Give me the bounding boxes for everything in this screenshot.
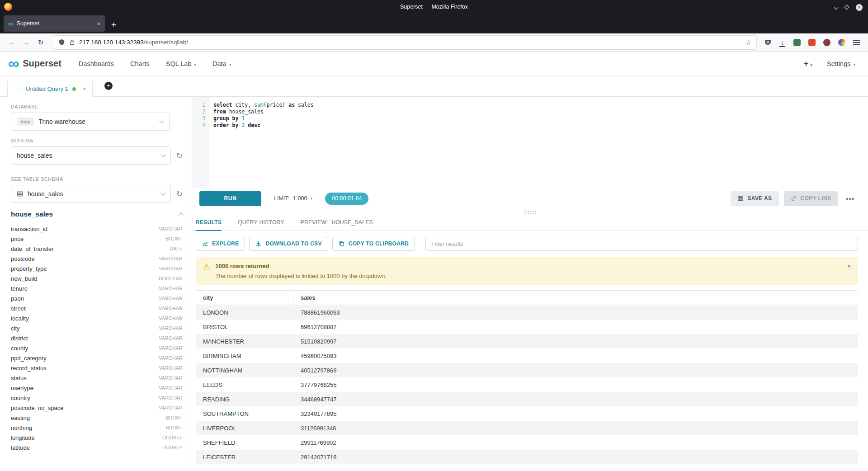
column-row: ppd_categoryVARCHAR — [11, 353, 183, 363]
column-type: VARCHAR — [159, 306, 183, 311]
editor-code[interactable]: select city, sum(price) as salesfrom hou… — [209, 97, 868, 188]
nav-item-sql-lab[interactable]: SQL Lab▾ — [166, 60, 196, 67]
extension-icon-4[interactable] — [838, 39, 845, 46]
column-row: postcode_no_spaceVARCHAR — [11, 403, 183, 413]
results-table: city sales LONDON788861960063BRISTOL6961… — [196, 290, 858, 471]
menu-button[interactable] — [853, 40, 860, 45]
save-icon — [737, 195, 744, 202]
code-line: from house_sales — [213, 108, 868, 115]
column-header-sales[interactable]: sales — [293, 291, 316, 305]
code-line: select city, sum(price) as sales — [213, 102, 868, 108]
explore-button[interactable]: EXPLORE — [196, 237, 245, 251]
settings-menu[interactable]: Settings ▾ — [827, 60, 855, 67]
column-type: VARCHAR — [159, 286, 183, 291]
alert-body: The number of rows displayed is limited … — [215, 273, 387, 279]
new-item-button[interactable]: + ▾ — [803, 59, 812, 69]
save-as-button[interactable]: SAVE AS — [731, 191, 778, 206]
browser-tabstrip: ∞ Superset × + — [0, 14, 868, 33]
maximize-button[interactable] — [845, 3, 849, 11]
column-row: priceBIGINT — [11, 234, 183, 244]
limit-value: 1 000 — [293, 195, 307, 202]
column-row: districtVARCHAR — [11, 333, 183, 343]
shield-icon — [58, 39, 65, 46]
database-select-value: Trino warehouse — [38, 118, 85, 125]
column-row: date_of_transferDATE — [11, 244, 183, 254]
copy-link-button[interactable]: COPY LINK — [784, 191, 839, 206]
cell-sales: 37779768255 — [293, 382, 337, 388]
column-type: VARCHAR — [159, 365, 183, 371]
table-schema-label: SEE TABLE SCHEMA — [11, 176, 183, 182]
bookmark-star-icon[interactable]: ☆ — [745, 39, 751, 46]
downloads-button[interactable]: ↓ — [779, 39, 786, 46]
reload-button[interactable]: ↻ — [34, 38, 47, 47]
table-row: LEEDS37779768255 — [196, 377, 858, 392]
copy-to-clipboard-button[interactable]: COPY TO CLIPBOARD — [332, 237, 415, 251]
query-tab-close-button[interactable]: × — [83, 85, 86, 92]
database-select[interactable]: trino Trino warehouse — [11, 113, 170, 131]
chevron-down-icon — [160, 152, 165, 157]
table-row: LONDON788861960063 — [196, 305, 858, 320]
database-type-badge: trino — [17, 118, 34, 126]
south-tabs: RESULTSQUERY HISTORYPREVIEW: `HOUSE_SALE… — [192, 216, 868, 231]
tab-close-button[interactable]: × — [97, 20, 100, 27]
column-name: locality — [11, 315, 29, 322]
nav-item-charts[interactable]: Charts — [130, 60, 150, 67]
table-schema-select[interactable]: house_sales — [11, 185, 171, 203]
main: DATABASE trino Trino warehouse SCHEMA ho… — [0, 97, 868, 471]
schema-select[interactable]: house_sales — [11, 146, 171, 165]
forward-button[interactable]: → — [20, 38, 33, 46]
cell-city: LEICESTER — [196, 454, 293, 461]
back-button[interactable]: ← — [5, 38, 18, 46]
sql-editor[interactable]: 1234 select city, sum(price) as salesfro… — [192, 97, 868, 188]
tab-preview-house-sales-[interactable]: PREVIEW: `HOUSE_SALES` — [301, 219, 375, 231]
nav-item-data[interactable]: Data▾ — [212, 60, 231, 67]
run-button[interactable]: RUN — [199, 191, 261, 206]
url-bar[interactable]: 217.160.120.143:32393/superset/sqllab/ ☆ — [53, 36, 756, 49]
cell-sales: 69612708887 — [293, 324, 337, 330]
close-window-button[interactable]: × — [856, 3, 863, 11]
column-row: property_typeVARCHAR — [11, 264, 183, 273]
limit-control[interactable]: LIMIT: 1 000 ▾ — [274, 195, 312, 202]
new-tab-button[interactable]: + — [111, 20, 116, 29]
query-tabbar: ⋮⋮ Untitled Query 1 × + — [0, 76, 868, 97]
extension-icon-1[interactable] — [793, 39, 801, 46]
cell-sales: 29142071716 — [293, 454, 337, 461]
table-refresh-button[interactable]: ↻ — [176, 189, 183, 199]
collapse-table-button[interactable] — [178, 212, 183, 217]
query-tab[interactable]: ⋮⋮ Untitled Query 1 × — [7, 81, 93, 97]
add-query-tab-button[interactable]: + — [104, 82, 113, 90]
column-type: VARCHAR — [159, 316, 183, 321]
cell-sales: 32349177895 — [293, 410, 337, 417]
column-type: VARCHAR — [159, 266, 183, 271]
resize-handle[interactable] — [192, 209, 868, 216]
column-header-city[interactable]: city — [196, 291, 293, 305]
line-number: 3 — [192, 115, 209, 122]
minimize-button[interactable] — [835, 3, 838, 11]
table-row: SHEFFIELD29911769902 — [196, 435, 858, 450]
column-name: date_of_transfer — [11, 245, 54, 252]
column-name: latitude — [11, 444, 30, 451]
column-row: northingBIGINT — [11, 423, 183, 433]
filter-results-input[interactable] — [425, 237, 858, 251]
more-actions-button[interactable]: ••• — [843, 195, 857, 203]
editor-gutter: 1234 — [192, 97, 209, 188]
browser-tab[interactable]: ∞ Superset × — [4, 15, 105, 32]
cell-city: MANCHESTER — [196, 338, 293, 345]
nav-item-dashboards[interactable]: Dashboards — [79, 60, 114, 67]
download-csv-button[interactable]: DOWNLOAD TO CSV — [249, 237, 328, 251]
column-row: longitudeDOUBLE — [11, 433, 183, 443]
chevron-down-icon: ▾ — [194, 62, 196, 67]
table-row: NOTTINGHAM40512797869 — [196, 363, 858, 377]
line-number: 1 — [192, 102, 209, 108]
tab-results[interactable]: RESULTS — [196, 219, 222, 231]
workspace: 1234 select city, sum(price) as salesfro… — [192, 97, 868, 471]
extension-icon-2[interactable] — [808, 39, 816, 46]
pocket-icon[interactable] — [764, 39, 771, 46]
tab-query-history[interactable]: QUERY HISTORY — [238, 219, 284, 231]
extension-icon-3[interactable] — [823, 39, 830, 46]
brand[interactable]: ∞ Superset — [8, 57, 61, 70]
alert-close-button[interactable]: × — [847, 263, 851, 270]
url-host: 217.160.120.143:32393 — [79, 39, 144, 46]
schema-refresh-button[interactable]: ↻ — [176, 151, 183, 160]
cell-sales: 51510820997 — [293, 338, 337, 345]
